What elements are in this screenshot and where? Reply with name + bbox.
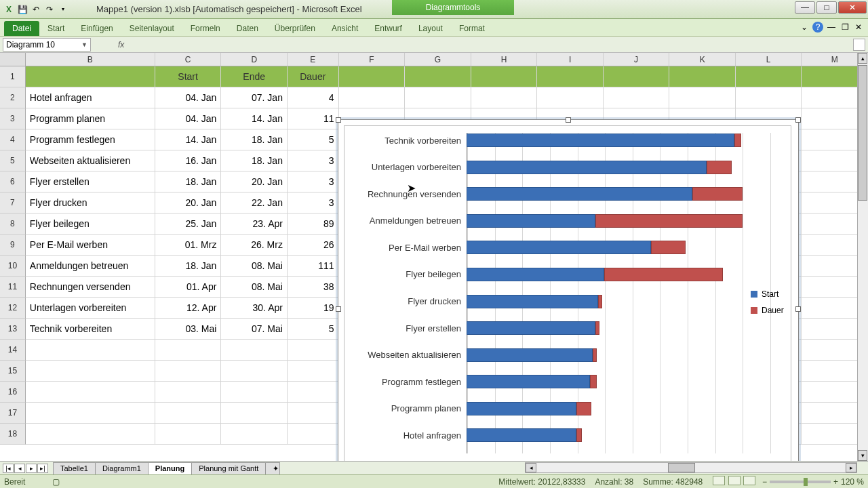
cell[interactable] <box>221 403 288 424</box>
chart-bar-dauer[interactable] <box>598 295 602 308</box>
scroll-thumb[interactable] <box>668 463 695 472</box>
formula-bar-expand-icon[interactable] <box>853 39 865 51</box>
tab-layout[interactable]: Layout <box>410 21 451 36</box>
cell[interactable] <box>155 382 222 403</box>
cell[interactable]: 04. Jan <box>155 87 222 108</box>
row-header[interactable]: 18 <box>0 424 26 445</box>
cell[interactable]: Flyer erstellen <box>26 171 155 192</box>
minimize-button[interactable]: — <box>795 1 815 14</box>
col-header[interactable]: F <box>339 53 406 66</box>
cell[interactable] <box>288 340 339 361</box>
cell[interactable] <box>604 87 670 108</box>
row-header[interactable]: 4 <box>0 129 26 150</box>
chart-bar-start[interactable] <box>467 348 593 362</box>
resize-handle[interactable] <box>336 117 341 123</box>
cell[interactable]: Webseiten aktualisieren <box>26 150 155 171</box>
maximize-button[interactable]: □ <box>816 1 837 14</box>
cell[interactable]: 16. Jan <box>155 150 222 171</box>
scroll-down-button[interactable]: ▾ <box>858 450 867 461</box>
resize-handle[interactable] <box>566 117 571 123</box>
cell[interactable]: 3 <box>288 150 339 171</box>
row-header[interactable]: 14 <box>0 340 26 361</box>
cell[interactable] <box>26 66 155 87</box>
cell[interactable] <box>155 340 222 361</box>
row-header[interactable]: 5 <box>0 150 26 171</box>
cell[interactable]: 12. Apr <box>155 298 222 319</box>
cell[interactable] <box>669 66 736 87</box>
cell[interactable]: 89 <box>288 214 339 235</box>
col-header[interactable]: C <box>155 53 222 66</box>
cell[interactable] <box>288 424 339 445</box>
chart-bar-start[interactable] <box>467 402 576 415</box>
scroll-left-button[interactable]: ◂ <box>526 463 536 472</box>
row-header[interactable]: 10 <box>0 256 26 277</box>
tab-view[interactable]: Ansicht <box>323 21 366 36</box>
sheet-nav-last-icon[interactable]: ▸| <box>37 464 48 473</box>
row-header[interactable]: 15 <box>0 361 26 382</box>
row-header[interactable]: 11 <box>0 277 26 298</box>
chart-legend[interactable]: Start Dauer <box>751 289 797 322</box>
scroll-right-button[interactable]: ▸ <box>846 463 856 472</box>
chart-bar-start[interactable] <box>467 187 692 201</box>
help-icon[interactable]: ? <box>812 22 823 33</box>
cell[interactable]: 18. Jan <box>221 150 288 171</box>
cell[interactable]: 4 <box>288 87 339 108</box>
cell[interactable]: Programm festlegen <box>26 129 155 150</box>
cell[interactable] <box>669 87 736 108</box>
chart-bar-dauer[interactable] <box>576 428 582 442</box>
tab-review[interactable]: Überprüfen <box>267 21 323 36</box>
chart-bar-dauer[interactable] <box>707 161 732 174</box>
worksheet-grid[interactable]: B C D E F G H I J K L M 1StartEndeDauer2… <box>0 53 868 461</box>
row-header[interactable]: 12 <box>0 298 26 319</box>
cell[interactable]: Flyer drucken <box>26 192 155 214</box>
name-box[interactable]: Diagramm 10 ▼ <box>3 38 91 52</box>
col-header[interactable]: D <box>221 53 288 66</box>
cell[interactable]: Programm planen <box>26 108 155 129</box>
cell[interactable]: Technik vorbereiten <box>26 319 155 340</box>
cell[interactable] <box>221 424 288 445</box>
cell[interactable]: 26 <box>288 235 339 256</box>
row-header[interactable]: 13 <box>0 319 26 340</box>
cell[interactable] <box>471 66 538 87</box>
workbook-restore-icon[interactable]: ❐ <box>840 22 850 33</box>
tab-formulas[interactable]: Formeln <box>182 21 229 36</box>
zoom-out-button[interactable]: − <box>762 477 767 487</box>
sheet-nav-prev-icon[interactable]: ◂ <box>14 464 25 473</box>
workbook-close-icon[interactable]: ✕ <box>853 22 864 33</box>
zoom-slider-knob[interactable] <box>804 478 808 486</box>
cell[interactable]: Dauer <box>288 66 339 87</box>
cell[interactable]: 11 <box>288 108 339 129</box>
cell[interactable]: 07. Mai <box>221 319 288 340</box>
cell[interactable]: 5 <box>288 319 339 340</box>
view-normal-icon[interactable] <box>713 476 725 485</box>
cell[interactable]: 3 <box>288 192 339 214</box>
row-header[interactable]: 3 <box>0 108 26 129</box>
row-header[interactable]: 8 <box>0 214 26 235</box>
cell[interactable] <box>155 424 222 445</box>
row-header[interactable]: 9 <box>0 235 26 256</box>
chart-bar-start[interactable] <box>467 295 598 308</box>
resize-handle[interactable] <box>336 306 341 312</box>
chart-bar-dauer[interactable] <box>604 268 722 281</box>
select-all-corner[interactable] <box>0 53 26 66</box>
cell[interactable] <box>537 66 604 87</box>
save-icon[interactable]: 💾 <box>16 3 28 16</box>
sheet-tab[interactable]: Planung mit Gantt <box>191 462 266 474</box>
cell[interactable] <box>604 66 670 87</box>
tab-start[interactable]: Start <box>39 21 73 36</box>
redo-icon[interactable]: ↷ <box>43 3 56 16</box>
col-header[interactable]: J <box>604 53 670 66</box>
tab-design[interactable]: Entwurf <box>366 21 410 36</box>
cell[interactable]: Per E-Mail werben <box>26 235 155 256</box>
cell[interactable]: 26. Mrz <box>221 235 288 256</box>
cell[interactable]: 18. Jan <box>155 256 222 277</box>
cell[interactable]: Start <box>155 66 222 87</box>
cell[interactable] <box>339 66 406 87</box>
chart-bar-dauer[interactable] <box>593 348 597 362</box>
cell[interactable] <box>26 403 155 424</box>
cell[interactable] <box>405 87 471 108</box>
chart-bar-dauer[interactable] <box>595 214 743 228</box>
qat-dropdown-icon[interactable]: ▾ <box>57 3 69 16</box>
cell[interactable]: 01. Mrz <box>155 235 222 256</box>
cell[interactable]: Hotel anfragen <box>26 87 155 108</box>
